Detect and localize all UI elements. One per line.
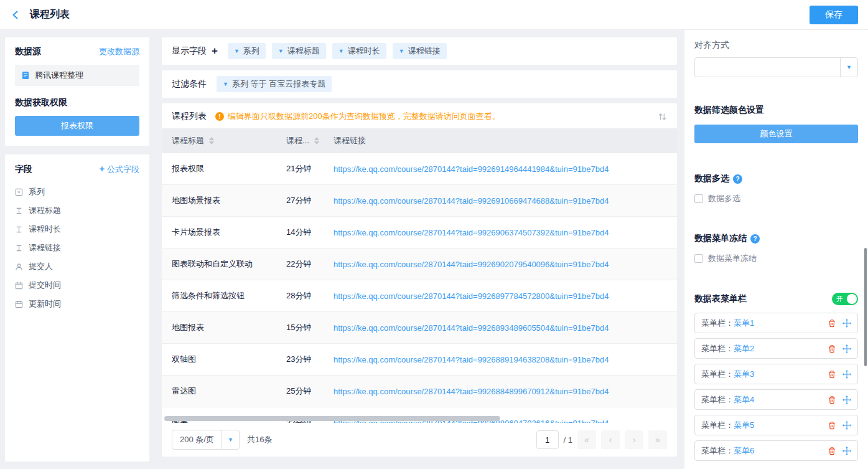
field-item-submit-time[interactable]: 提交时间 bbox=[15, 276, 139, 295]
plus-icon: + bbox=[100, 163, 105, 174]
menu-bar-item[interactable]: 菜单栏： 菜单2 bbox=[694, 338, 858, 359]
field-item-label: 更新时间 bbox=[29, 298, 61, 310]
save-button[interactable]: 保存 bbox=[810, 6, 858, 24]
filter-condition-chip[interactable]: ▼系列 等于 百宝云报表专题 bbox=[217, 76, 332, 92]
datasource-title: 数据源 bbox=[15, 46, 41, 57]
prev-page-button[interactable]: ‹ bbox=[601, 430, 620, 449]
delete-icon[interactable] bbox=[828, 344, 836, 353]
course-link[interactable]: https://ke.qq.com/course/2870144?taid=99… bbox=[334, 291, 609, 301]
align-select[interactable]: ▼ bbox=[694, 57, 858, 77]
fields-panel: 字段 + 公式字段 系列 课程标题 课程时长 bbox=[5, 154, 149, 462]
move-icon[interactable] bbox=[842, 447, 851, 455]
next-page-button[interactable]: › bbox=[625, 430, 643, 449]
field-item-submitter[interactable]: 提交人 bbox=[15, 257, 139, 276]
cell-course-duration: 23分钟 bbox=[286, 354, 334, 365]
fields-panel-head: 字段 + 公式字段 bbox=[15, 163, 139, 175]
vertical-scrollbar-thumb[interactable] bbox=[864, 248, 867, 366]
add-display-field-button[interactable]: + bbox=[212, 45, 218, 57]
field-chip-course-title[interactable]: ▼课程标题 bbox=[272, 43, 326, 59]
cell-course-duration: 28分钟 bbox=[286, 290, 334, 301]
field-chip-course-duration[interactable]: ▼课程时长 bbox=[332, 43, 386, 59]
page-size-select[interactable]: 200 条/页 ▼ bbox=[172, 430, 240, 450]
menu-bar-item[interactable]: 菜单栏： 菜单4 bbox=[694, 389, 858, 410]
datasource-item[interactable]: 腾讯课程整理 bbox=[15, 65, 139, 86]
table-row: 图表联动和自定义联动 22分钟 https://ke.qq.com/course… bbox=[162, 249, 677, 280]
horizontal-scrollbar-thumb[interactable] bbox=[164, 416, 500, 421]
chip-label: 课程标题 bbox=[287, 45, 320, 57]
field-chip-series[interactable]: ▼系列 bbox=[228, 43, 266, 59]
sort-carets-icon bbox=[209, 137, 214, 144]
last-page-button[interactable]: » bbox=[648, 430, 667, 449]
report-editor-app: 课程列表 保存 数据源 更改数据源 腾讯课程整理 数据获取权限 报表权限 bbox=[0, 0, 868, 469]
report-permission-button[interactable]: 报表权限 bbox=[15, 116, 139, 136]
field-item-course-duration[interactable]: 课程时长 bbox=[15, 220, 139, 239]
menu-item-name: 菜单2 bbox=[734, 343, 754, 354]
table-header: 课程标题 课程... 课程链接 bbox=[162, 128, 677, 153]
field-item-label: 提交时间 bbox=[29, 280, 61, 291]
move-icon[interactable] bbox=[842, 421, 851, 430]
menu-bar-item[interactable]: 菜单栏： 菜单1 bbox=[694, 313, 858, 333]
toggle-on-label: 开 bbox=[836, 295, 843, 304]
column-header-title[interactable]: 课程标题 bbox=[162, 135, 286, 146]
formula-field-link[interactable]: + 公式字段 bbox=[100, 163, 139, 175]
column-label: 课程... bbox=[286, 135, 309, 146]
cell-course-title: 双轴图 bbox=[162, 354, 286, 365]
table-row: 雷达图 25分钟 https://ke.qq.com/course/287014… bbox=[162, 376, 677, 407]
field-item-label: 系列 bbox=[29, 186, 45, 197]
color-settings-button[interactable]: 颜色设置 bbox=[694, 125, 858, 143]
delete-icon[interactable] bbox=[828, 396, 836, 404]
move-icon[interactable] bbox=[842, 344, 851, 353]
course-link[interactable]: https://ke.qq.com/course/2870144?taid=99… bbox=[334, 164, 609, 174]
column-header-duration[interactable]: 课程... bbox=[286, 135, 334, 146]
move-icon[interactable] bbox=[842, 370, 851, 379]
course-link[interactable]: https://ke.qq.com/course/2870144?taid=99… bbox=[334, 228, 609, 237]
move-icon[interactable] bbox=[842, 319, 851, 328]
main-body: 数据源 更改数据源 腾讯课程整理 数据获取权限 报表权限 字段 + 公式字段 bbox=[0, 30, 868, 469]
menu-bar-item[interactable]: 菜单栏： 菜单5 bbox=[694, 415, 858, 435]
help-icon[interactable]: ? bbox=[750, 234, 760, 244]
warning-text: 编辑界面只取数据源前200条作为查询数据预览，完整数据请访问页面查看。 bbox=[228, 111, 500, 122]
field-item-series[interactable]: 系列 bbox=[15, 182, 139, 201]
field-item-update-time[interactable]: 更新时间 bbox=[15, 295, 139, 313]
first-page-button[interactable]: « bbox=[577, 430, 596, 449]
delete-icon[interactable] bbox=[828, 319, 836, 328]
text-icon bbox=[15, 225, 23, 234]
field-item-label: 课程链接 bbox=[29, 242, 61, 253]
sort-order-icon[interactable] bbox=[658, 112, 667, 121]
field-chip-course-link[interactable]: ▼课程链接 bbox=[393, 43, 447, 59]
freeze-title-text: 数据菜单冻结 bbox=[694, 233, 747, 244]
filter-condition-label: 系列 等于 百宝云报表专题 bbox=[232, 78, 325, 90]
table-footer: 200 条/页 ▼ 共16条 1 / 1 « ‹ › » bbox=[162, 423, 677, 457]
cell-course-duration: 15分钟 bbox=[286, 322, 334, 333]
filter-label: 过滤条件 bbox=[172, 78, 207, 90]
page-number-input[interactable]: 1 bbox=[536, 430, 559, 449]
freeze-checkbox[interactable] bbox=[694, 254, 703, 263]
multiselect-checkbox[interactable] bbox=[694, 194, 703, 203]
left-sidebar: 数据源 更改数据源 腾讯课程整理 数据获取权限 报表权限 字段 + 公式字段 bbox=[0, 30, 154, 469]
change-datasource-link[interactable]: 更改数据源 bbox=[99, 46, 139, 57]
delete-icon[interactable] bbox=[828, 421, 836, 430]
menu-item-prefix: 菜单栏： bbox=[701, 343, 734, 354]
chip-label: 课程时长 bbox=[348, 45, 380, 57]
field-item-course-link[interactable]: 课程链接 bbox=[15, 239, 139, 257]
menubar-section: 数据表菜单栏 开 菜单栏： 菜单1 bbox=[694, 293, 858, 469]
delete-icon[interactable] bbox=[828, 370, 836, 379]
menu-bar-item[interactable]: 菜单栏： 菜单3 bbox=[694, 364, 858, 384]
course-link[interactable]: https://ke.qq.com/course/2870144?taid=99… bbox=[334, 323, 609, 333]
course-link[interactable]: https://ke.qq.com/course/2870144?taid=99… bbox=[334, 260, 609, 269]
preview-warning: ! 编辑界面只取数据源前200条作为查询数据预览，完整数据请访问页面查看。 bbox=[215, 111, 500, 122]
menu-bar-item[interactable]: 菜单栏： 菜单6 bbox=[694, 440, 858, 461]
center-column: 显示字段 + ▼系列 ▼课程标题 ▼课程时长 ▼课程链接 过滤条件 ▼系列 等于… bbox=[154, 30, 684, 469]
menubar-toggle[interactable]: 开 bbox=[832, 293, 858, 305]
course-link[interactable]: https://ke.qq.com/course/2870144?taid=99… bbox=[334, 387, 609, 396]
table-row: 地图场景报表 27分钟 https://ke.qq.com/course/287… bbox=[162, 185, 677, 217]
freeze-title: 数据菜单冻结 ? bbox=[694, 233, 858, 244]
move-icon[interactable] bbox=[842, 396, 851, 404]
back-icon[interactable] bbox=[10, 9, 21, 21]
help-icon[interactable]: ? bbox=[733, 174, 742, 184]
delete-icon[interactable] bbox=[828, 447, 836, 455]
course-link[interactable]: https://ke.qq.com/course/2870144?taid=99… bbox=[334, 355, 609, 364]
course-link[interactable]: https://ke.qq.com/course/2870144?taid=99… bbox=[334, 196, 609, 206]
field-item-course-title[interactable]: 课程标题 bbox=[15, 201, 139, 220]
top-bar: 课程列表 保存 bbox=[0, 0, 868, 30]
